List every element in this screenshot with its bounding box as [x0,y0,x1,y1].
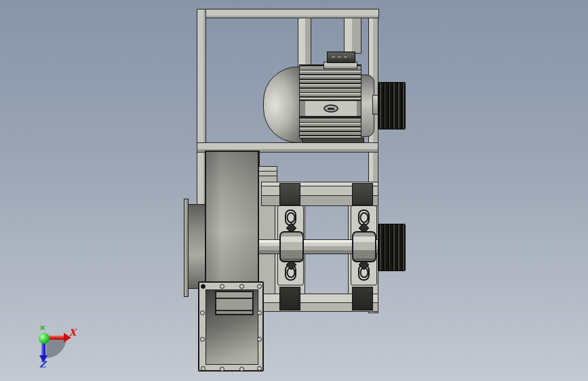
bearing-left[interactable] [279,231,304,262]
flange-bolt-hole [257,337,262,342]
flange-bolt-hole [200,310,205,315]
motor-feet [302,138,364,143]
spacer-block-bottom-right [352,287,373,310]
frame-top-rail[interactable] [197,9,379,18]
y-axis-icon: ⨯ [39,323,45,332]
bolt-icon [359,212,368,223]
motor-end-cap-left[interactable] [263,66,302,143]
triad-origin-ball[interactable] [39,333,50,344]
motor-body-fins-top[interactable] [299,64,361,100]
frame-post-inner-left[interactable] [298,18,311,69]
flange-bolt-hole [201,366,205,371]
fan-housing[interactable] [205,151,259,285]
flange-bolt-hole [257,366,262,371]
cad-viewport-canvas[interactable]: X Z ⨯ [0,0,588,381]
brand-logo-icon [324,104,338,113]
flange-bolt-hole [257,284,262,289]
flange-bolt-hole [200,337,205,342]
bolt-icon [286,212,295,223]
flange-bolt-hole [239,367,244,372]
x-axis-arrow[interactable] [49,336,64,340]
z-axis-label: Z [39,359,46,369]
spacer-block-bottom-left [279,287,300,310]
flange-bolt-hole [239,284,244,289]
motor-body-fins-bottom[interactable] [299,117,361,138]
z-axis-arrow[interactable] [41,342,45,356]
terminal-box[interactable] [327,52,355,63]
shaft-pulley[interactable] [378,224,406,271]
spacer-block-top-right [352,183,373,205]
motor-pulley[interactable] [378,82,406,129]
logo-bar-icon [328,108,334,110]
x-axis-label: X [69,327,76,338]
inlet-cone[interactable] [188,204,205,289]
flange-bolt-hole [220,367,224,372]
flange-bolt-hole [257,310,262,315]
motor-nameplate [299,100,361,117]
duct-inspection-panel [215,291,254,315]
terminal-vents-icon [332,56,351,58]
bearing-right[interactable] [352,231,376,262]
spacer-block-top-left [279,183,300,205]
flange-bolt-hole [220,284,224,289]
flange-bolt-hole [201,284,205,289]
frame-post-inner-right[interactable] [344,18,361,54]
